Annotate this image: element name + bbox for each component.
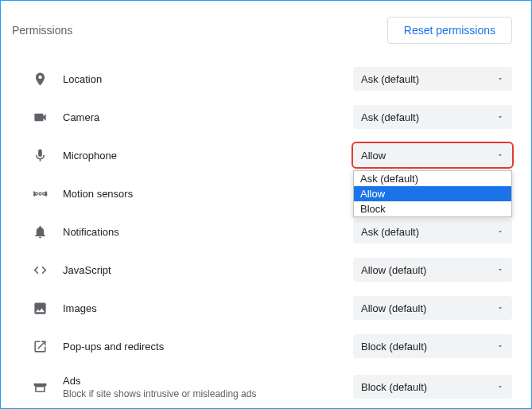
microphone-icon (33, 148, 63, 163)
permission-select-value: Ask (default) (361, 111, 419, 123)
chevron-down-icon (496, 381, 504, 393)
permission-select-value: Block (default) (361, 341, 427, 353)
permission-select-value: Allow (361, 150, 386, 162)
permission-label-cell: Motion sensors (63, 188, 353, 200)
chevron-down-icon (496, 302, 504, 314)
permission-row: Pop-ups and redirectsBlock (default) (12, 327, 512, 365)
popups-icon (33, 339, 63, 354)
permission-select[interactable]: Ask (default) (353, 105, 512, 129)
permission-select[interactable]: AllowAsk (default)AllowBlock (353, 143, 512, 167)
chevron-down-icon (496, 341, 504, 353)
permission-select[interactable]: Ask (default) (353, 67, 512, 91)
permission-label-cell: Camera (63, 111, 353, 123)
chevron-down-icon (496, 73, 504, 85)
permission-label: Camera (63, 111, 353, 123)
dropdown-option[interactable]: Block (354, 201, 511, 216)
permission-label-cell: JavaScript (63, 264, 353, 276)
permission-sublabel: Block if site shows intrusive or mislead… (63, 388, 353, 399)
permission-label: Notifications (63, 226, 353, 238)
permission-row: NotificationsAsk (default) (12, 212, 512, 251)
permission-select-value: Allow (default) (361, 302, 426, 314)
permission-select-value: Ask (default) (361, 73, 419, 85)
permission-label-cell: Images (63, 302, 353, 314)
location-icon (33, 72, 63, 87)
permissions-list: LocationAsk (default)CameraAsk (default)… (12, 60, 512, 408)
permission-select[interactable]: Block (default) (353, 334, 512, 358)
section-title: Permissions (12, 24, 72, 37)
permission-select-value: Allow (default) (361, 264, 426, 276)
permission-row: JavaScriptAllow (default) (12, 251, 512, 289)
permission-select-value: Ask (default) (361, 226, 419, 238)
images-icon (33, 301, 63, 316)
ads-icon (33, 380, 63, 395)
header-row: Permissions Reset permissions (12, 17, 512, 44)
permission-label: Pop-ups and redirects (63, 341, 353, 353)
permission-label-cell: Notifications (63, 226, 353, 238)
dropdown-option[interactable]: Allow (354, 186, 511, 201)
permission-row: MicrophoneAllowAsk (default)AllowBlock (12, 136, 512, 174)
dropdown-option[interactable]: Ask (default) (354, 171, 511, 186)
permission-label: Images (63, 302, 353, 314)
chevron-down-icon (496, 111, 504, 123)
permission-dropdown[interactable]: Ask (default)AllowBlock (353, 170, 512, 217)
chevron-down-icon (496, 226, 504, 238)
permission-row: CameraAsk (default) (12, 98, 512, 136)
reset-permissions-button[interactable]: Reset permissions (387, 17, 512, 44)
permission-label-cell: Location (63, 73, 353, 85)
permission-select[interactable]: Ask (default) (353, 220, 512, 243)
permission-label-cell: Pop-ups and redirects (63, 341, 353, 353)
motion-icon (33, 186, 63, 201)
chevron-down-icon (496, 150, 504, 162)
permission-select[interactable]: Allow (default) (353, 296, 512, 320)
permission-select[interactable]: Block (default) (353, 375, 512, 399)
permission-label: Motion sensors (63, 188, 353, 200)
permission-label-cell: Microphone (63, 150, 353, 162)
permission-select[interactable]: Allow (default) (353, 258, 512, 282)
permission-label: Microphone (63, 150, 353, 162)
permission-label-cell: AdsBlock if site shows intrusive or misl… (63, 375, 353, 399)
permission-row: ImagesAllow (default) (12, 289, 512, 327)
camera-icon (33, 110, 63, 125)
permissions-panel: Permissions Reset permissions LocationAs… (0, 0, 532, 409)
permission-row: AdsBlock if site shows intrusive or misl… (12, 365, 512, 408)
permission-label: JavaScript (63, 264, 353, 276)
permission-row: LocationAsk (default) (12, 60, 512, 98)
notifications-icon (33, 224, 63, 240)
javascript-icon (33, 263, 63, 278)
permission-label: Location (63, 73, 353, 85)
permission-label: Ads (63, 375, 353, 387)
permission-select-value: Block (default) (361, 381, 427, 393)
chevron-down-icon (496, 264, 504, 276)
